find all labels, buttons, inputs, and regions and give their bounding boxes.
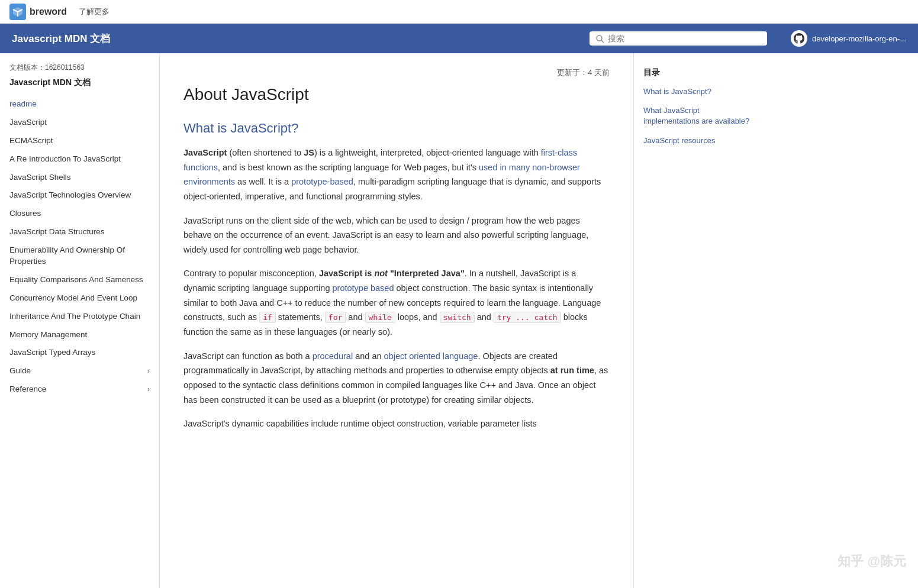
toc-item-resources[interactable]: JavaScript resources (643, 135, 754, 146)
content-paragraph-4: JavaScript can function as both a proced… (183, 349, 610, 408)
svg-line-2 (601, 40, 604, 43)
sidebar-doc-title: Javascript MDN 文档 (0, 75, 159, 95)
sidebar-item-closures[interactable]: Closures (0, 205, 159, 223)
content-paragraph-5: JavaScript's dynamic capabilities includ… (183, 416, 610, 431)
content-area: 更新于：4 天前 About JavaScript What is JavaSc… (160, 53, 633, 588)
sidebar-item-shells[interactable]: JavaScript Shells (0, 169, 159, 187)
svg-point-1 (597, 35, 602, 41)
sidebar-item-inheritance[interactable]: Inheritance And The Prototype Chain (0, 308, 159, 326)
search-icon (595, 34, 604, 43)
main-layout: 文档版本：1626011563 Javascript MDN 文档 readme… (0, 53, 918, 588)
procedural-link[interactable]: procedural (313, 351, 353, 361)
sidebar-item-tech-overview[interactable]: JavaScript Technologies Overview (0, 186, 159, 205)
sidebar-item-readme[interactable]: readme (0, 95, 159, 114)
chevron-down-icon: › (147, 385, 150, 395)
sidebar-item-javascript[interactable]: JavaScript (0, 114, 159, 132)
sidebar-item-memory[interactable]: Memory Management (0, 326, 159, 344)
toc-title: 目录 (643, 67, 754, 78)
sidebar-item-concurrency[interactable]: Concurrency Model And Event Loop (0, 289, 159, 308)
logo-icon (9, 4, 26, 20)
sidebar-item-data-structures[interactable]: JavaScript Data Structures (0, 223, 159, 241)
page-title: About JavaScript (183, 85, 610, 104)
sidebar-item-re-intro[interactable]: A Re Introduction To JavaScript (0, 150, 159, 169)
update-info: 更新于：4 天前 (183, 67, 610, 78)
sidebar-item-equality[interactable]: Equality Comparisons And Sameness (0, 271, 159, 289)
top-bar: breword 了解更多 (0, 0, 918, 24)
sidebar-item-ecmascript[interactable]: ECMAScript (0, 132, 159, 150)
content-paragraph-3: Contrary to popular misconception, JavaS… (183, 266, 610, 339)
toc-item-implementations[interactable]: What JavaScript implementations are avai… (643, 105, 754, 127)
search-bar[interactable] (590, 31, 767, 46)
prototype-based-link[interactable]: prototype-based (291, 177, 353, 186)
logo-text: breword (30, 7, 67, 17)
sidebar-item-enumerability[interactable]: Enumerability And Ownership Of Propertie… (0, 241, 159, 271)
github-area: developer-mozilla-org-en-... (791, 30, 906, 47)
sidebar-item-guide[interactable]: Guide › (0, 362, 159, 380)
content-paragraph-2: JavaScript runs on the client side of th… (183, 214, 610, 257)
sidebar-item-typed-arrays[interactable]: JavaScript Typed Arrays (0, 344, 159, 362)
sidebar-item-reference[interactable]: Reference › (0, 380, 159, 399)
sidebar: 文档版本：1626011563 Javascript MDN 文档 readme… (0, 53, 160, 588)
logo-area: breword (9, 4, 67, 20)
header-title: Javascript MDN 文档 (12, 32, 110, 46)
chevron-down-icon: › (147, 366, 150, 376)
header: Javascript MDN 文档 developer-mozilla-org-… (0, 24, 918, 53)
prototype-based-link-2[interactable]: prototype based (332, 283, 394, 293)
github-label: developer-mozilla-org-en-... (812, 34, 906, 43)
table-of-contents: 目录 What is JavaScript? What JavaScript i… (633, 53, 764, 588)
doc-version: 文档版本：1626011563 (0, 63, 159, 75)
learn-more-link[interactable]: 了解更多 (79, 7, 109, 17)
github-icon (791, 30, 807, 47)
content-paragraph-1: JavaScript (often shortened to JS) is a … (183, 146, 610, 204)
toc-item-what-is-js[interactable]: What is JavaScript? (643, 86, 754, 97)
section-title: What is JavaScript? (183, 121, 610, 136)
oop-link[interactable]: object oriented language (384, 351, 478, 361)
non-browser-environments-link[interactable]: used in many non-browser environments (183, 163, 580, 187)
search-input[interactable] (608, 34, 761, 43)
